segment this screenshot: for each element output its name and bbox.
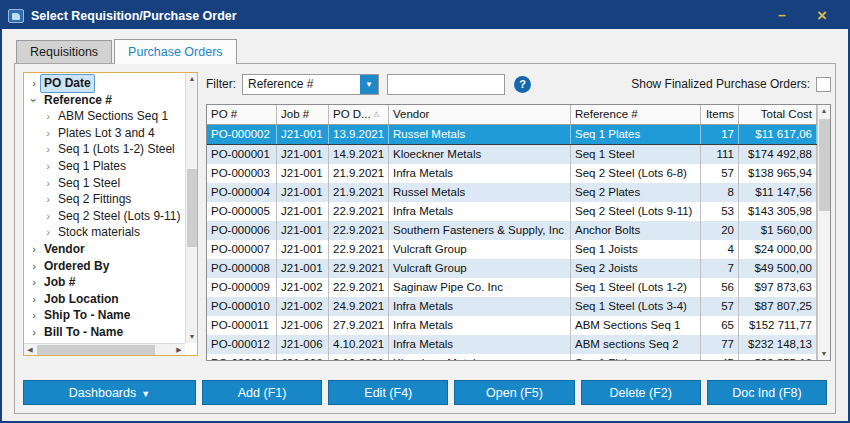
minimize-button[interactable]: – bbox=[762, 2, 802, 29]
cell-job-number: J21-001 bbox=[277, 164, 329, 183]
scroll-down-icon[interactable]: ▼ bbox=[186, 331, 198, 343]
table-row[interactable]: PO-000005 J21-001 22.9.2021 Infra Metals… bbox=[207, 202, 817, 221]
cell-po-number: PO-000007 bbox=[207, 240, 277, 259]
scroll-left-icon[interactable]: ◀ bbox=[24, 344, 36, 356]
edit-button[interactable]: Edit (F4) bbox=[328, 380, 448, 405]
table-row[interactable]: PO-000010 J21-002 24.9.2021 Infra Metals… bbox=[207, 297, 817, 316]
tree-item[interactable]: Job Location bbox=[28, 291, 185, 308]
chevron-icon bbox=[42, 158, 54, 175]
cell-job-number: J21-001 bbox=[277, 259, 329, 278]
scroll-right-icon[interactable]: ▶ bbox=[173, 344, 185, 356]
table-row[interactable]: PO-000012 J21-006 4.10.2021 Infra Metals… bbox=[207, 335, 817, 354]
chevron-icon bbox=[28, 291, 40, 308]
chevron-icon bbox=[42, 191, 54, 208]
column-header-items[interactable]: Items bbox=[701, 105, 739, 124]
cell-po-number: PO-000013 bbox=[207, 354, 277, 360]
table-row[interactable]: PO-000003 J21-001 21.9.2021 Infra Metals… bbox=[207, 164, 817, 183]
tree-item[interactable]: Seq 1 (Lots 1-2) Steel bbox=[28, 141, 185, 158]
delete-button[interactable]: Delete (F2) bbox=[581, 380, 701, 405]
scroll-up-icon[interactable]: ▲ bbox=[818, 105, 830, 117]
tree-item[interactable]: Seq 1 Plates bbox=[28, 158, 185, 175]
cell-job-number: J21-001 bbox=[277, 240, 329, 259]
tree-item[interactable]: Vendor bbox=[28, 241, 185, 258]
tree-vscroll-thumb[interactable] bbox=[187, 169, 197, 247]
table-row[interactable]: PO-000002 J21-001 13.9.2021 Russel Metal… bbox=[207, 125, 817, 145]
tree-hscroll-thumb[interactable] bbox=[37, 345, 155, 355]
tree-item[interactable]: PO Date bbox=[28, 75, 185, 92]
tree-vertical-scrollbar[interactable]: ▲ ▼ bbox=[185, 73, 197, 343]
column-header-job[interactable]: Job # bbox=[277, 105, 329, 124]
tree-item[interactable]: Seq 1 Steel bbox=[28, 175, 185, 192]
dashboards-button[interactable]: Dashboards▼ bbox=[23, 380, 196, 405]
tab-strip: Requisitions Purchase Orders bbox=[2, 29, 848, 63]
cell-total-cost: $22 855,16 bbox=[739, 354, 817, 360]
tree-item[interactable]: Bill To - Name bbox=[28, 324, 185, 341]
column-header-reference[interactable]: Reference # bbox=[571, 105, 701, 124]
cell-job-number: J21-001 bbox=[277, 202, 329, 221]
tree-item[interactable]: Seq 2 Steel (Lots 9-11) bbox=[28, 208, 185, 225]
cell-job-number: J21-002 bbox=[277, 297, 329, 316]
cell-po-number: PO-000006 bbox=[207, 221, 277, 240]
chevron-icon bbox=[42, 175, 54, 192]
cell-po-date: 8.10.2021 bbox=[329, 354, 389, 360]
column-header-po-date[interactable]: PO D...△ bbox=[329, 105, 389, 124]
scroll-down-icon[interactable]: ▼ bbox=[818, 348, 830, 360]
column-header-total-cost[interactable]: Total Cost bbox=[739, 105, 817, 124]
table-row[interactable]: PO-000013 J21-006 8.10.2021 Kloeckner Me… bbox=[207, 354, 817, 360]
tree-item[interactable]: Ship To - Name bbox=[28, 307, 185, 324]
cell-total-cost: $11 147,56 bbox=[739, 183, 817, 202]
app-icon bbox=[8, 9, 24, 23]
table-row[interactable]: PO-000004 J21-001 21.9.2021 Russel Metal… bbox=[207, 183, 817, 202]
chevron-icon bbox=[28, 258, 40, 275]
tab-purchase-orders[interactable]: Purchase Orders bbox=[114, 39, 236, 64]
tree-item[interactable]: Seq 2 Fittings bbox=[28, 191, 185, 208]
add-button[interactable]: Add (F1) bbox=[202, 380, 322, 405]
scroll-up-icon[interactable]: ▲ bbox=[186, 73, 198, 85]
grid-vscroll-thumb[interactable] bbox=[819, 119, 830, 211]
tab-requisitions[interactable]: Requisitions bbox=[16, 40, 112, 64]
filter-toolbar: Filter: Reference # ▼ ? Show Finalized P… bbox=[206, 72, 831, 96]
filter-tree-panel: PO Date Reference # ABM Sections Seq 1 P… bbox=[23, 72, 198, 356]
tree-item[interactable]: Stock materials bbox=[28, 224, 185, 241]
table-row[interactable]: PO-000007 J21-001 22.9.2021 Vulcraft Gro… bbox=[207, 240, 817, 259]
tree-item[interactable]: Reference # bbox=[28, 92, 185, 109]
grid-vertical-scrollbar[interactable]: ▲ ▼ bbox=[817, 105, 830, 360]
table-row[interactable]: PO-000006 J21-001 22.9.2021 Southern Fas… bbox=[207, 221, 817, 240]
table-row[interactable]: PO-000008 J21-001 22.9.2021 Vulcraft Gro… bbox=[207, 259, 817, 278]
show-finalized-checkbox[interactable] bbox=[816, 77, 831, 92]
tree-item[interactable]: Job # bbox=[28, 274, 185, 291]
action-button-row: Dashboards▼ Add (F1) Edit (F4) Open (F5)… bbox=[23, 380, 827, 405]
help-icon[interactable]: ? bbox=[514, 76, 531, 93]
tree-item[interactable]: ABM Sections Seq 1 bbox=[28, 108, 185, 125]
cell-job-number: J21-006 bbox=[277, 316, 329, 335]
column-header-vendor[interactable]: Vendor bbox=[389, 105, 571, 124]
cell-job-number: J21-006 bbox=[277, 335, 329, 354]
column-header-po[interactable]: PO # bbox=[207, 105, 277, 124]
cell-vendor: Infra Metals bbox=[389, 297, 571, 316]
close-button[interactable]: × bbox=[802, 2, 842, 29]
cell-vendor: Kloeckner Metals bbox=[389, 145, 571, 164]
cell-po-date: 22.9.2021 bbox=[329, 221, 389, 240]
table-row[interactable]: PO-000011 J21-006 27.9.2021 Infra Metals… bbox=[207, 316, 817, 335]
tree-item[interactable]: Ordered By bbox=[28, 258, 185, 275]
open-button[interactable]: Open (F5) bbox=[454, 380, 574, 405]
chevron-icon bbox=[28, 241, 40, 258]
tree-horizontal-scrollbar[interactable]: ◀ ▶ bbox=[24, 343, 185, 355]
cell-total-cost: $97 873,63 bbox=[739, 278, 817, 297]
cell-po-number: PO-000002 bbox=[207, 125, 277, 144]
filter-search-input[interactable] bbox=[387, 74, 505, 95]
cell-items: 45 bbox=[701, 354, 739, 360]
table-row[interactable]: PO-000001 J21-001 14.9.2021 Kloeckner Me… bbox=[207, 145, 817, 164]
cell-po-number: PO-000001 bbox=[207, 145, 277, 164]
tree-item[interactable]: Plates Lot 3 and 4 bbox=[28, 125, 185, 142]
cell-items: 4 bbox=[701, 240, 739, 259]
cell-po-number: PO-000008 bbox=[207, 259, 277, 278]
chevron-icon bbox=[28, 75, 40, 92]
table-row[interactable]: PO-000009 J21-002 22.9.2021 Saginaw Pipe… bbox=[207, 278, 817, 297]
cell-po-date: 22.9.2021 bbox=[329, 202, 389, 221]
doc-ind-button[interactable]: Doc Ind (F8) bbox=[707, 380, 827, 405]
cell-po-number: PO-000004 bbox=[207, 183, 277, 202]
filter-field-dropdown[interactable]: Reference # ▼ bbox=[242, 74, 379, 95]
cell-reference: Seq 2 Steel (Lots 9-11) bbox=[571, 202, 701, 221]
show-finalized-label: Show Finalized Purchase Orders: bbox=[631, 77, 810, 91]
